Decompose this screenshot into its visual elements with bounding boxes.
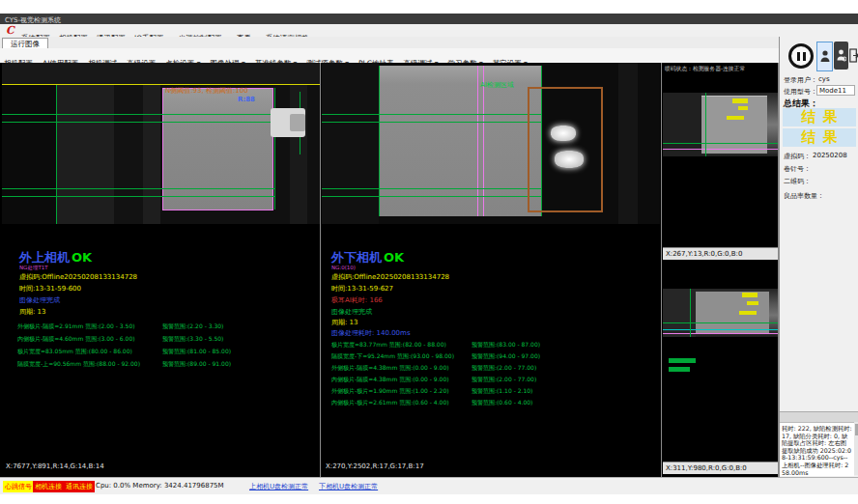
- camera2-ai-time: 极耳AI耗时: 166: [331, 295, 383, 305]
- model-value: Mode11: [819, 87, 846, 95]
- info-log-panel[interactable]: 耗时: 222, 缺陷检测耗时: 17, 缺陷分类耗时: 0, 缺陷提取占区耗时…: [780, 422, 854, 476]
- measurement-row: 内侧极片-隔膜=4.38mm 范围:(0.00 - 9.00)预警范围:(2.0…: [331, 376, 650, 387]
- camera2-magenta-vline: [477, 66, 478, 216]
- camera4-overlay-mark: [739, 311, 757, 315]
- camera1-r-label: R:88: [238, 96, 255, 103]
- measurement-warn-range: 预警范围:(2.00 - 77.00): [472, 364, 536, 373]
- vcode-label: 虚拟码：: [784, 152, 811, 161]
- exit-button[interactable]: [849, 42, 858, 70]
- camera1-image-stripe: [114, 85, 143, 224]
- model-field[interactable]: Mode11: [816, 85, 855, 96]
- result-indicator-2: 结果: [783, 128, 856, 147]
- measurement-warn-range: 预警范围:(0.60 - 4.00): [472, 399, 532, 407]
- camera2-time: 时间:13-31-59-627: [331, 284, 393, 294]
- camera4-overlay-text-mark: [669, 358, 696, 363]
- camera1-yellow-reference-line: [2, 84, 320, 85]
- measurement-warn-range: 预警范围:(3.30 - 5.50): [162, 335, 223, 344]
- camera4-product-region: [696, 292, 769, 334]
- measurement-row: 极片宽度=83.05mm 范围:(80.00 - 86.00)预警范围:(81.…: [17, 348, 317, 360]
- camera3-green-line: [663, 143, 779, 144]
- menu-bar: C 系统配置相机配置通讯配置IO手配置 ▾光源控制配置 ▾查看 ▾系统语言切换: [0, 24, 858, 38]
- camera2-green-line: [322, 188, 541, 189]
- measurement-row: 外侧极片-极片=1.90mm 范围:(1.00 - 2.20)预警范围:(1.1…: [331, 387, 650, 399]
- camera3-overlay-mark: [732, 98, 748, 103]
- camera4-cursor-coords: X:311,Y:980,R:0,G:0,B:0: [666, 464, 747, 472]
- camera2-weld-spot: [551, 126, 576, 141]
- camera2-ok-status: OK: [384, 250, 404, 265]
- measurement-warn-range: 预警范围:(2.00 - 77.00): [472, 376, 536, 384]
- usb-top-camera-link[interactable]: 上相机U盘检测正常: [249, 482, 308, 491]
- pause-button[interactable]: [787, 42, 815, 70]
- camera2-barcode: 虚拟码:Offline20250208133134728: [331, 272, 449, 282]
- camera2-green-line: [322, 122, 541, 123]
- camera1-name: 外上相机: [19, 250, 70, 265]
- camera1-ok-status: OK: [72, 250, 92, 265]
- camera-link-badge: 相机连接: [33, 481, 64, 492]
- camera2-process-time: 图像处理耗时: 140.00ms: [331, 328, 411, 338]
- measurement-value: 隔膜宽度-上=90.56mm 范围:(88.00 - 92.00): [17, 360, 140, 367]
- camera1-time: 时间:13-31-59-600: [19, 284, 81, 294]
- camera2-result-title: 外下相机OK: [331, 247, 404, 266]
- user-settings-button[interactable]: [834, 42, 848, 70]
- measurement-row: 外侧极片-隔膜=4.38mm 范围:(0.00 - 9.00)预警范围:(2.0…: [331, 364, 650, 376]
- measurement-warn-range: 预警范围:(83.00 - 87.00): [472, 341, 540, 350]
- measurement-value: 内侧极片-隔膜=4.60mm 范围:(3.00 - 6.00): [17, 335, 135, 342]
- pause-icon: [788, 43, 814, 69]
- camera3-cursor-coords: X:267,Y:13,R:0,G:0,B:0: [666, 250, 742, 258]
- camera3-header-status: 喷码状态：检测服务器-连接正常: [665, 65, 745, 73]
- info-log-scrollbar[interactable]: [854, 422, 858, 475]
- camera4-overlay-mark: [742, 293, 758, 297]
- view-divider: [661, 63, 662, 477]
- camera1-image-topband: [2, 63, 320, 85]
- camera1-cycle: 周期: 13: [19, 307, 46, 317]
- camera1-process-done: 图像处理完成: [19, 295, 60, 305]
- measurement-warn-range: 预警范围:(1.10 - 2.10): [472, 387, 532, 396]
- yield-label: 良品率数量：: [784, 191, 824, 201]
- camera1-threshold-overlay: N侧阈值:93, 检测阈值:100: [165, 86, 248, 96]
- camera3-overlay-mark: [738, 106, 748, 110]
- camera1-measurements: 外侧极片-隔膜=2.91mm 范围:(2.00 - 3.50)预警范围:(2.2…: [17, 322, 317, 373]
- measurement-value: 外侧极片-隔膜=4.38mm 范围:(0.00 - 9.00): [331, 364, 449, 371]
- camera1-green-vline: [56, 85, 57, 224]
- camera2-product-region: [379, 66, 541, 216]
- camera4-overlay-text-mark: [669, 367, 690, 372]
- measurement-warn-range: 预警范围:(94.00 - 97.00): [472, 352, 540, 361]
- camera1-image-stripe-right: [290, 85, 307, 224]
- user-button[interactable]: [816, 42, 833, 71]
- camera4-magenta-line: [663, 333, 779, 334]
- user-icon: [820, 49, 830, 64]
- measurement-value: 内侧极片-极片=2.61mm 范围:(0.60 - 4.00): [331, 399, 449, 406]
- camera3-coord-strip: X:267,Y:13,R:0,G:0,B:0: [663, 247, 779, 260]
- app-logo-icon: C: [6, 24, 14, 37]
- info-log-text: 耗时: 222, 缺陷检测耗时: 17, 缺陷分类耗时: 0, 缺陷提取占区耗时…: [780, 423, 854, 476]
- user-settings-icon: [837, 48, 846, 63]
- measurement-warn-range: 预警范围:(89.00 - 91.00): [162, 360, 231, 369]
- camera2-ng-info: NG:0(10): [331, 265, 356, 270]
- qrcode-label: 二维码：: [784, 177, 811, 186]
- view-divider: [320, 63, 321, 477]
- camera1-ng-info: NG处理T1T: [19, 265, 48, 271]
- result-indicator-1: 结果: [783, 108, 856, 126]
- needle-label: 卷针号：: [784, 164, 811, 174]
- camera2-weld-spot: [555, 151, 584, 168]
- camera3-product-region: [701, 96, 767, 154]
- heartbeat-badge: 心跳信号: [3, 481, 34, 492]
- camera4-green-line: [663, 322, 779, 323]
- measurement-row: 内侧极片-极片=2.61mm 范围:(0.60 - 4.00)预警范围:(0.6…: [331, 399, 650, 410]
- app-window: CYS-视觉检测系统 C 系统配置相机配置通讯配置IO手配置 ▾光源控制配置 ▾…: [0, 0, 858, 504]
- camera2-green-line: [322, 196, 541, 197]
- title-bar: CYS-视觉检测系统: [0, 14, 858, 24]
- camera1-image-band: [56, 85, 160, 224]
- measurement-row: 外侧极片-隔膜=2.91mm 范围:(2.00 - 3.50)预警范围:(2.2…: [17, 322, 317, 335]
- camera1-product-region: [162, 88, 273, 210]
- camera2-image-stripe-right: [618, 63, 638, 224]
- camera2-roi-rect: [528, 87, 603, 212]
- camera2-process-done: 图像处理完成: [331, 307, 372, 317]
- camera1-result-title: 外上相机OK: [19, 247, 92, 266]
- camera1-green-line: [2, 114, 274, 115]
- measurement-row: 极片宽度=83.77mm 范围:(82.00 - 88.00)预警范围:(83.…: [331, 341, 650, 352]
- usb-bottom-camera-link[interactable]: 下相机U盘检测正常: [319, 482, 378, 491]
- measurement-row: 内侧极片-隔膜=4.60mm 范围:(3.00 - 6.00)预警范围:(3.3…: [17, 335, 317, 348]
- camera4-cyan-line: [663, 329, 779, 330]
- cpu-memory-status: Cpu: 0.0% Memory: 3424.41796875M: [96, 482, 224, 490]
